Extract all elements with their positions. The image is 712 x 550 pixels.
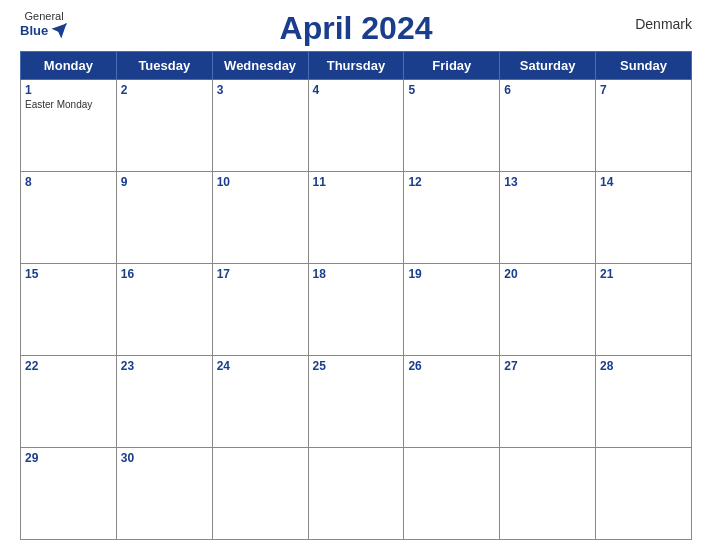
day-number: 24	[217, 359, 304, 373]
day-number: 17	[217, 267, 304, 281]
day-number: 16	[121, 267, 208, 281]
day-number: 7	[600, 83, 687, 97]
day-number: 6	[504, 83, 591, 97]
calendar-cell	[596, 448, 692, 540]
day-number: 23	[121, 359, 208, 373]
calendar-cell: 1Easter Monday	[21, 80, 117, 172]
logo-bird-icon	[50, 22, 68, 40]
calendar-table: MondayTuesdayWednesdayThursdayFridaySatu…	[20, 51, 692, 540]
day-number: 30	[121, 451, 208, 465]
calendar-cell: 23	[116, 356, 212, 448]
calendar-cell: 2	[116, 80, 212, 172]
calendar-cell: 20	[500, 264, 596, 356]
country-label: Denmark	[635, 16, 692, 32]
calendar-cell: 28	[596, 356, 692, 448]
day-number: 14	[600, 175, 687, 189]
calendar-cell: 15	[21, 264, 117, 356]
day-number: 21	[600, 267, 687, 281]
calendar-week-row: 891011121314	[21, 172, 692, 264]
day-number: 20	[504, 267, 591, 281]
calendar-cell: 10	[212, 172, 308, 264]
calendar-cell: 19	[404, 264, 500, 356]
day-event: Easter Monday	[25, 99, 112, 110]
day-number: 28	[600, 359, 687, 373]
day-number: 9	[121, 175, 208, 189]
day-number: 1	[25, 83, 112, 97]
calendar-cell: 12	[404, 172, 500, 264]
day-number: 29	[25, 451, 112, 465]
logo: General Blue	[20, 10, 68, 40]
calendar-cell: 27	[500, 356, 596, 448]
calendar-cell: 8	[21, 172, 117, 264]
day-number: 27	[504, 359, 591, 373]
day-number: 19	[408, 267, 495, 281]
calendar-cell: 16	[116, 264, 212, 356]
calendar-week-row: 2930	[21, 448, 692, 540]
weekday-header-saturday: Saturday	[500, 52, 596, 80]
calendar-cell: 18	[308, 264, 404, 356]
weekday-header-thursday: Thursday	[308, 52, 404, 80]
day-number: 25	[313, 359, 400, 373]
logo-blue-text: Blue	[20, 24, 48, 38]
day-number: 18	[313, 267, 400, 281]
calendar-week-row: 15161718192021	[21, 264, 692, 356]
calendar-cell: 7	[596, 80, 692, 172]
calendar-cell	[212, 448, 308, 540]
calendar-header: General Blue April 2024 Denmark	[20, 10, 692, 47]
weekday-header-friday: Friday	[404, 52, 500, 80]
calendar-cell: 13	[500, 172, 596, 264]
calendar-cell: 6	[500, 80, 596, 172]
calendar-cell: 24	[212, 356, 308, 448]
weekday-header-wednesday: Wednesday	[212, 52, 308, 80]
calendar-cell: 3	[212, 80, 308, 172]
day-number: 13	[504, 175, 591, 189]
calendar-cell	[308, 448, 404, 540]
logo-general-text: General	[25, 10, 64, 22]
weekday-header-row: MondayTuesdayWednesdayThursdayFridaySatu…	[21, 52, 692, 80]
day-number: 5	[408, 83, 495, 97]
calendar-cell: 26	[404, 356, 500, 448]
day-number: 8	[25, 175, 112, 189]
calendar-cell: 29	[21, 448, 117, 540]
weekday-header-sunday: Sunday	[596, 52, 692, 80]
calendar-week-row: 22232425262728	[21, 356, 692, 448]
calendar-cell: 25	[308, 356, 404, 448]
calendar-cell: 9	[116, 172, 212, 264]
day-number: 12	[408, 175, 495, 189]
calendar-cell: 21	[596, 264, 692, 356]
day-number: 11	[313, 175, 400, 189]
calendar-cell	[500, 448, 596, 540]
day-number: 26	[408, 359, 495, 373]
day-number: 10	[217, 175, 304, 189]
calendar-cell: 22	[21, 356, 117, 448]
weekday-header-monday: Monday	[21, 52, 117, 80]
day-number: 2	[121, 83, 208, 97]
day-number: 4	[313, 83, 400, 97]
calendar-week-row: 1Easter Monday234567	[21, 80, 692, 172]
day-number: 15	[25, 267, 112, 281]
day-number: 3	[217, 83, 304, 97]
calendar-cell: 14	[596, 172, 692, 264]
calendar-cell	[404, 448, 500, 540]
calendar-cell: 4	[308, 80, 404, 172]
calendar-cell: 17	[212, 264, 308, 356]
calendar-cell: 11	[308, 172, 404, 264]
day-number: 22	[25, 359, 112, 373]
calendar-cell: 30	[116, 448, 212, 540]
month-title: April 2024	[280, 10, 433, 47]
calendar-cell: 5	[404, 80, 500, 172]
weekday-header-tuesday: Tuesday	[116, 52, 212, 80]
